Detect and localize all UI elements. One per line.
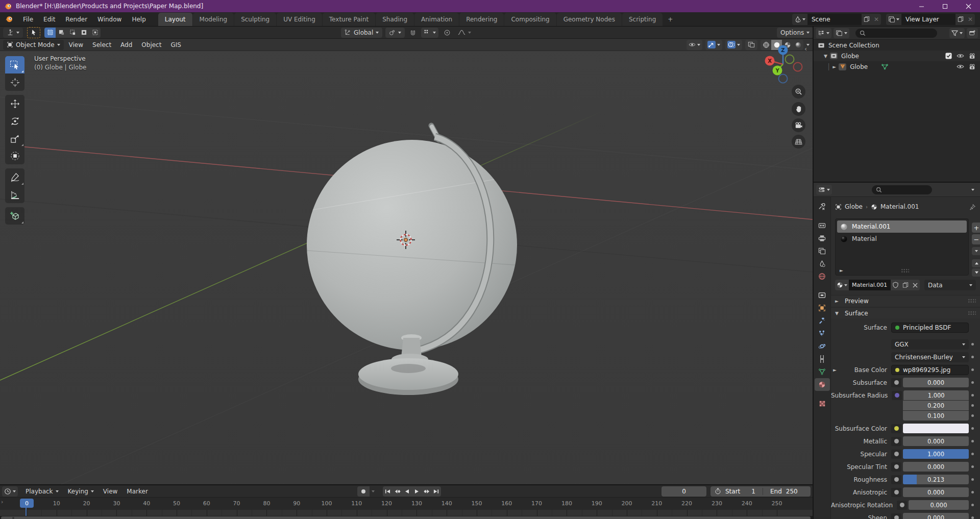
animate-dot[interactable] xyxy=(969,381,976,384)
panel-drag-grip[interactable] xyxy=(968,299,976,303)
tab-world[interactable] xyxy=(815,270,830,283)
tab-physics[interactable] xyxy=(815,340,830,353)
properties-search-input[interactable] xyxy=(872,185,932,194)
pan-hand-button[interactable] xyxy=(792,102,805,116)
animate-dot[interactable] xyxy=(969,394,976,397)
collapse-triangle-icon[interactable]: ▼ xyxy=(824,54,830,59)
pivot-point-dropdown[interactable] xyxy=(385,28,405,38)
breadcrumb-object[interactable]: Globe xyxy=(845,203,863,210)
node-socket-button[interactable] xyxy=(891,488,901,497)
editor-type-properties-button[interactable] xyxy=(816,185,832,195)
sidebar-collapse-arrow[interactable]: ‹ xyxy=(804,45,807,53)
value-slider[interactable]: 1.000 xyxy=(903,449,969,459)
panel-drag-grip[interactable] xyxy=(968,311,976,315)
node-socket-button[interactable] xyxy=(891,475,901,484)
outliner-row-object-globe[interactable]: │ ► Globe xyxy=(814,61,980,72)
tab-object[interactable] xyxy=(815,302,830,314)
surface-panel-header[interactable]: ▼ Surface xyxy=(831,307,980,318)
proportional-falloff-dropdown[interactable] xyxy=(456,28,473,38)
tool-add-cube[interactable] xyxy=(5,207,24,225)
copy-datablock-button[interactable] xyxy=(900,280,910,290)
tab-compositing[interactable]: Compositing xyxy=(504,13,556,26)
base-color-field[interactable]: wp8969295.jpg xyxy=(891,365,969,375)
menu-render[interactable]: Render xyxy=(60,12,92,26)
tab-tool[interactable] xyxy=(815,200,830,213)
value-slider[interactable]: 0.000 xyxy=(903,378,969,387)
next-keyframe-button[interactable] xyxy=(422,486,431,497)
viewport-menu-add[interactable]: Add xyxy=(116,41,136,48)
gizmos-dropdown[interactable] xyxy=(705,40,722,50)
tab-rendering[interactable]: Rendering xyxy=(459,13,504,26)
view-layer-icon-dropdown[interactable] xyxy=(886,14,901,25)
select-mode-extend-button[interactable] xyxy=(56,28,67,38)
tab-geometry-nodes[interactable]: Geometry Nodes xyxy=(557,13,622,26)
active-tool-tweak-button[interactable] xyxy=(27,27,40,38)
timeline-menu-marker[interactable]: Marker xyxy=(122,488,152,495)
view-layer-remove-button[interactable]: ✕ xyxy=(966,14,975,25)
mesh-data-icon[interactable] xyxy=(881,64,889,70)
select-mode-subtract-button[interactable] xyxy=(67,28,78,38)
remove-material-slot-button[interactable]: − xyxy=(972,234,980,244)
snap-target-dropdown[interactable] xyxy=(421,28,438,38)
animate-dot[interactable] xyxy=(969,491,976,493)
editor-type-timeline-button[interactable] xyxy=(2,486,18,497)
value-slider[interactable]: 0.000 xyxy=(903,462,969,472)
play-reverse-button[interactable] xyxy=(402,486,412,497)
jump-to-end-button[interactable] xyxy=(431,486,441,497)
move-slot-up-button[interactable] xyxy=(972,259,980,267)
base-color-expand-icon[interactable]: ► xyxy=(833,367,839,373)
outliner-row-scene-collection[interactable]: Scene Collection xyxy=(814,40,980,51)
add-workspace-button[interactable]: + xyxy=(663,13,677,26)
menu-window[interactable]: Window xyxy=(92,12,127,26)
expand-triangle-icon[interactable]: ► xyxy=(832,64,839,69)
interaction-mode-dropdown[interactable]: Object Mode xyxy=(3,40,64,50)
frame-range-field[interactable]: Start 1 End 250 xyxy=(710,486,811,497)
animate-dot[interactable] xyxy=(969,368,976,371)
editor-type-outliner-button[interactable] xyxy=(816,28,831,38)
gizmo-axis-x-neg[interactable] xyxy=(794,63,802,71)
app-menu-blender-icon[interactable] xyxy=(0,12,18,26)
timeline-ruler[interactable]: 1020304050607080901001101201301401501601… xyxy=(0,498,813,510)
viewport-menu-gis[interactable]: GIS xyxy=(166,41,185,48)
select-mode-invert-button[interactable] xyxy=(78,28,89,38)
tab-scripting[interactable]: Scripting xyxy=(622,13,663,26)
breadcrumb-material[interactable]: Material.001 xyxy=(880,203,919,210)
gizmo-axis-x[interactable]: X xyxy=(765,56,775,66)
animate-dot[interactable] xyxy=(969,404,976,407)
tab-sculpting[interactable]: Sculpting xyxy=(234,13,276,26)
fake-user-shield-button[interactable] xyxy=(891,280,900,290)
slot-list-expand-icon[interactable]: ► xyxy=(840,268,846,273)
animate-dot[interactable] xyxy=(969,414,976,417)
tab-collection[interactable] xyxy=(815,289,830,302)
properties-options-caret[interactable] xyxy=(971,189,974,191)
orthographic-toggle-button[interactable] xyxy=(792,135,805,149)
options-dropdown[interactable]: Options xyxy=(777,28,813,38)
timeline-expand-arrow[interactable]: › xyxy=(1,499,3,505)
viewport-menu-select[interactable]: Select xyxy=(88,41,115,48)
scene-name-field[interactable]: Scene xyxy=(807,14,862,25)
window-titlebar[interactable]: Blender* [H:\Blender\Products and Projec… xyxy=(0,0,980,12)
node-socket-button[interactable] xyxy=(897,501,907,510)
outliner-search-input[interactable] xyxy=(855,29,937,38)
transform-orientation-dropdown[interactable]: Global xyxy=(341,28,382,38)
xray-toggle-button[interactable] xyxy=(745,40,757,50)
tool-annotate[interactable] xyxy=(5,168,24,186)
tab-texture[interactable] xyxy=(815,397,830,410)
material-slot[interactable]: Material xyxy=(837,233,967,245)
distribution-dropdown[interactable]: GGX xyxy=(891,339,969,350)
tool-scale[interactable] xyxy=(5,130,24,147)
node-socket-button[interactable] xyxy=(891,450,901,459)
tool-transform[interactable] xyxy=(5,147,24,164)
jump-to-start-button[interactable] xyxy=(383,486,393,497)
animate-dot[interactable] xyxy=(969,440,976,442)
node-socket-button[interactable] xyxy=(891,378,901,387)
preview-panel-header[interactable]: ► Preview xyxy=(831,295,980,306)
list-resize-grip[interactable] xyxy=(901,268,909,273)
tab-material[interactable] xyxy=(815,378,830,391)
play-button[interactable] xyxy=(412,486,422,497)
tab-layout[interactable]: Layout xyxy=(158,13,192,26)
tab-modifiers[interactable] xyxy=(815,314,830,327)
tab-object-data[interactable] xyxy=(815,365,830,378)
node-socket-button[interactable] xyxy=(891,437,901,446)
gizmo-axis-z-neg[interactable] xyxy=(779,75,788,83)
